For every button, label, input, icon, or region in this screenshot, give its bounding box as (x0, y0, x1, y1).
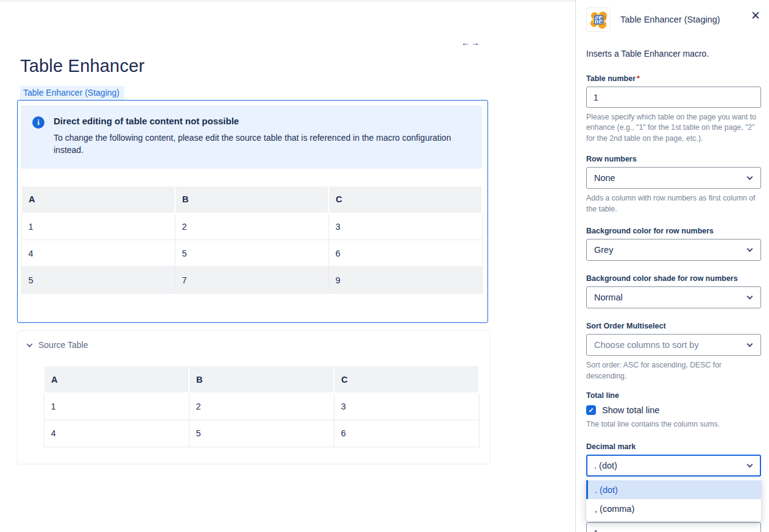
field-help-row-numbers: Adds a column with row numbers as first … (586, 193, 761, 215)
decimal-mark-select[interactable]: . (dot) (586, 455, 761, 477)
table-enhancer-macro-icon: 1 + (586, 7, 611, 32)
bg-shade-select[interactable]: Normal (586, 286, 761, 308)
chevron-down-icon (747, 174, 753, 180)
header-cell: A (21, 186, 175, 213)
checkbox-label: Show total line (602, 405, 659, 415)
table-cell: 4 (44, 420, 189, 447)
source-table-title: Source Table (38, 340, 88, 350)
table-cell: 9 (328, 267, 482, 294)
field-help-sort-order: Sort order: ASC for ascending, DESC for … (586, 360, 761, 381)
table-cell: 3 (328, 213, 482, 240)
info-panel-title: Direct editing of table content not poss… (54, 116, 462, 126)
page-title[interactable]: Table Enhancer (20, 56, 575, 76)
bg-color-select[interactable]: Grey (586, 239, 761, 261)
panel-header: 1 + Table Enhancer (Staging) ✕ (586, 7, 761, 32)
table-header-row: A B C (21, 186, 482, 213)
close-icon[interactable]: ✕ (751, 10, 760, 21)
table-cell: 3 (334, 393, 479, 420)
table-row: 4 5 6 (44, 420, 479, 447)
sort-order-multiselect[interactable]: Choose columns to sort by (586, 334, 761, 356)
chevron-down-icon (27, 341, 33, 347)
header-cell: B (189, 366, 334, 393)
source-table-section: Source Table A B C 1 2 3 4 5 6 (17, 330, 491, 464)
row-numbers-value: None (594, 173, 615, 183)
macro-config-panel: 1 + Table Enhancer (Staging) ✕ Inserts a… (576, 0, 769, 532)
table-cell: 2 (175, 213, 328, 240)
table-cell: 2 (189, 393, 334, 420)
panel-description: Inserts a Table Enhancer macro. (586, 49, 761, 59)
macro-preview-box[interactable]: i Direct editing of table content not po… (17, 100, 488, 323)
info-panel-text: Direct editing of table content not poss… (54, 116, 462, 157)
table-row: 1 2 3 (21, 213, 482, 240)
info-icon: i (32, 116, 44, 129)
info-panel: i Direct editing of table content not po… (21, 105, 482, 169)
table-row: 1 2 3 (44, 393, 479, 420)
field-label-bg-color: Background color for row numbers (586, 227, 761, 235)
decimal-mark-value: . (dot) (594, 461, 617, 470)
bg-color-value: Grey (594, 245, 613, 255)
show-total-line-checkbox[interactable]: ✓ Show total line (586, 405, 761, 415)
table-header-row: A B C (44, 366, 479, 393)
table-cell: 6 (328, 240, 482, 267)
chevron-down-icon (747, 246, 753, 252)
editor-content: ←→ Table Enhancer Table Enhancer (Stagin… (0, 0, 575, 532)
field-label-table-number: Table number* (586, 74, 761, 83)
field-label-row-numbers: Row numbers (586, 155, 761, 163)
table-row: 4 5 6 (21, 240, 482, 267)
header-cell: B (175, 186, 328, 213)
field-label-bg-shade: Background color shade for row numbers (586, 274, 761, 283)
table-cell: 5 (175, 240, 328, 267)
dropdown-option-comma[interactable]: , (comma) (586, 499, 761, 518)
bg-shade-value: Normal (594, 293, 623, 302)
source-table-toggle[interactable]: Source Table (24, 340, 490, 350)
source-table: A B C 1 2 3 4 5 6 (43, 365, 480, 447)
field-label-total-line: Total line (586, 391, 761, 400)
chevron-down-icon (747, 294, 753, 300)
header-cell: C (334, 366, 479, 393)
enhanced-table-preview: A B C 1 2 3 4 5 6 5 7 9 (21, 185, 483, 294)
table-cell: 5 (21, 267, 175, 294)
svg-text:+: + (600, 19, 602, 24)
checkbox-checked-icon: ✓ (586, 405, 596, 415)
macro-label-link[interactable]: Table Enhancer (Staging) (20, 86, 124, 100)
info-panel-body: To change the following content, please … (54, 132, 462, 157)
field-help-table-number: Please specify which table on the page y… (586, 112, 761, 144)
svg-text:1: 1 (595, 20, 598, 24)
row-numbers-select[interactable]: None (586, 167, 761, 189)
table-cell: 4 (21, 240, 175, 267)
table-cell: 1 (21, 213, 175, 240)
chevron-down-icon (747, 341, 753, 347)
dropdown-option-dot[interactable]: . (dot) (586, 480, 761, 499)
table-cell: 7 (175, 267, 328, 294)
macro-editor-page: ←→ Table Enhancer Table Enhancer (Stagin… (0, 0, 769, 532)
sort-order-placeholder: Choose columns to sort by (594, 340, 699, 350)
header-cell: C (328, 186, 482, 213)
field-label-decimal-mark: Decimal mark (586, 442, 761, 451)
table-number-input[interactable] (586, 87, 761, 108)
table-cell: 6 (334, 420, 479, 447)
header-cell: A (44, 366, 189, 393)
chevron-down-icon (747, 461, 753, 467)
table-cell: 1 (44, 393, 189, 420)
table-total-row: 5 7 9 (21, 267, 482, 294)
panel-title: Table Enhancer (Staging) (620, 15, 720, 24)
field-label-sort-order: Sort Order Multiselect (586, 322, 761, 330)
page-width-resize-icon[interactable]: ←→ (461, 38, 481, 48)
required-asterisk: * (637, 74, 640, 83)
field-help-total-line: The total line contains the column sums. (586, 419, 761, 430)
table-cell: 5 (189, 420, 334, 447)
decimal-mark-dropdown-menu: . (dot) , (comma) (586, 478, 761, 521)
next-field-input[interactable] (586, 522, 761, 532)
